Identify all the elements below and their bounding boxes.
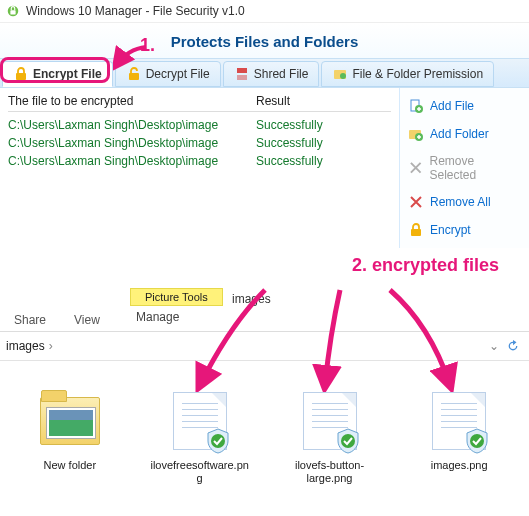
encrypted-file-item[interactable]: images.png [409, 391, 509, 485]
lock-icon [408, 222, 424, 238]
tab-decrypt-file[interactable]: Decrypt File [115, 61, 221, 87]
files-pane: 2. encrypted files New folder ilovefrees… [0, 361, 529, 505]
list-item[interactable]: C:\Users\Laxman Singh\Desktop\image Succ… [8, 116, 391, 134]
remove-selected-icon [408, 160, 423, 176]
encrypt-file-list: The file to be encrypted Result C:\Users… [0, 88, 399, 248]
tab-label: Decrypt File [146, 67, 210, 81]
remove-all-button[interactable]: Remove All [404, 188, 525, 216]
breadcrumb[interactable]: images › ⌄ [0, 332, 529, 361]
side-label: Add File [430, 99, 474, 113]
folder-item[interactable]: New folder [20, 391, 120, 485]
list-header: The file to be encrypted Result [8, 94, 391, 112]
cell-result: Successfully [256, 136, 391, 150]
encrypted-file-icon [165, 391, 235, 451]
add-file-icon [408, 98, 424, 114]
svg-rect-2 [16, 73, 26, 80]
cell-file: C:\Users\Laxman Singh\Desktop\image [8, 154, 256, 168]
encrypted-file-icon [295, 391, 365, 451]
list-item[interactable]: C:\Users\Laxman Singh\Desktop\image Succ… [8, 134, 391, 152]
content-area: The file to be encrypted Result C:\Users… [0, 88, 529, 248]
ribbon-tab-manage[interactable]: Manage [136, 310, 179, 324]
tab-label: Shred File [254, 67, 309, 81]
dropdown-icon[interactable]: ⌄ [489, 339, 499, 353]
permission-icon [332, 66, 348, 82]
lock-open-icon [126, 66, 142, 82]
add-folder-button[interactable]: Add Folder [404, 120, 525, 148]
ribbon-tab-view[interactable]: View [60, 307, 114, 331]
file-label: images.png [431, 459, 488, 472]
tab-label: Encrypt File [33, 67, 102, 81]
title-bar: Windows 10 Manager - File Security v1.0 [0, 0, 529, 23]
col-header-result: Result [256, 94, 391, 108]
side-label: Remove All [430, 195, 491, 209]
cell-result: Successfully [256, 118, 391, 132]
tab-encrypt-file[interactable]: Encrypt File [2, 61, 113, 87]
svg-rect-4 [237, 68, 247, 73]
svg-point-13 [341, 434, 355, 448]
encrypted-file-item[interactable]: ilovefs-button-large.png [280, 391, 380, 485]
divider [0, 248, 529, 288]
add-file-button[interactable]: Add File [404, 92, 525, 120]
svg-rect-3 [129, 73, 139, 80]
refresh-button[interactable] [503, 336, 523, 356]
side-label: Remove Selected [429, 154, 521, 182]
list-item[interactable]: C:\Users\Laxman Singh\Desktop\image Succ… [8, 152, 391, 170]
explorer-window-title: images [232, 292, 271, 306]
encrypted-file-item[interactable]: ilovefreesoftware.png [150, 391, 250, 485]
add-folder-icon [408, 126, 424, 142]
breadcrumb-folder[interactable]: images › [6, 339, 53, 353]
window-title: Windows 10 Manager - File Security v1.0 [26, 4, 245, 18]
svg-point-14 [470, 434, 484, 448]
ribbon-context-label: Picture Tools [130, 288, 223, 306]
header-slogan: Protects Files and Folders [0, 23, 529, 58]
remove-all-icon [408, 194, 424, 210]
svg-point-6 [340, 73, 346, 79]
folder-icon [35, 391, 105, 451]
shred-icon [234, 66, 250, 82]
cell-result: Successfully [256, 154, 391, 168]
file-label: ilovefs-button-large.png [280, 459, 380, 485]
col-header-file: The file to be encrypted [8, 94, 256, 108]
tab-strip: 1. Encrypt File Decrypt File Shred File … [0, 58, 529, 88]
side-label: Add Folder [430, 127, 489, 141]
remove-selected-button: Remove Selected [404, 148, 525, 188]
chevron-right-icon: › [49, 339, 53, 353]
file-label: ilovefreesoftware.png [150, 459, 250, 485]
svg-point-12 [211, 434, 225, 448]
refresh-icon [506, 339, 520, 353]
svg-rect-11 [411, 229, 421, 236]
cell-file: C:\Users\Laxman Singh\Desktop\image [8, 136, 256, 150]
cell-file: C:\Users\Laxman Singh\Desktop\image [8, 118, 256, 132]
encrypted-file-icon [424, 391, 494, 451]
lock-closed-icon [13, 66, 29, 82]
file-label: New folder [44, 459, 97, 472]
tab-file-folder-permission[interactable]: File & Folder Premission [321, 61, 494, 87]
breadcrumb-label: images [6, 339, 45, 353]
tab-shred-file[interactable]: Shred File [223, 61, 320, 87]
tab-label: File & Folder Premission [352, 67, 483, 81]
app-icon [6, 4, 20, 18]
explorer-ribbon: Share View Picture Tools Manage images [0, 288, 529, 332]
side-panel: Add File Add Folder Remove Selected Remo… [399, 88, 529, 248]
ribbon-tab-share[interactable]: Share [0, 307, 60, 331]
side-label: Encrypt [430, 223, 471, 237]
svg-rect-1 [10, 10, 15, 14]
encrypt-button[interactable]: Encrypt [404, 216, 525, 244]
